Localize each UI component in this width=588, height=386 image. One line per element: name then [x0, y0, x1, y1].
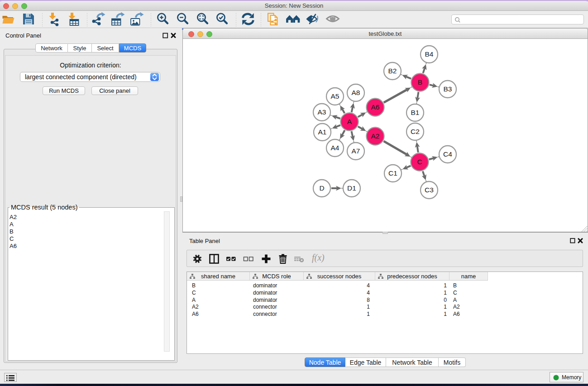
svg-text:B2: B2 — [388, 67, 397, 75]
svg-text:D1: D1 — [347, 184, 356, 192]
svg-text:A8: A8 — [352, 89, 360, 96]
svg-text:C4: C4 — [443, 150, 452, 158]
svg-text:A5: A5 — [331, 92, 339, 100]
svg-text:B4: B4 — [425, 50, 434, 58]
svg-text:C1: C1 — [388, 169, 397, 177]
svg-text:C: C — [417, 158, 422, 166]
svg-text:C2: C2 — [411, 128, 420, 135]
svg-text:A7: A7 — [352, 147, 360, 155]
svg-text:A6: A6 — [371, 103, 380, 111]
svg-text:B: B — [418, 78, 422, 86]
svg-text:A: A — [347, 118, 352, 125]
svg-text:C3: C3 — [425, 186, 434, 194]
svg-text:A3: A3 — [318, 108, 326, 116]
svg-text:A4: A4 — [331, 144, 339, 152]
svg-text:A2: A2 — [371, 132, 380, 140]
svg-text:D: D — [319, 184, 324, 192]
svg-text:B3: B3 — [444, 85, 452, 93]
svg-text:B1: B1 — [411, 109, 420, 116]
svg-text:A1: A1 — [318, 128, 327, 136]
